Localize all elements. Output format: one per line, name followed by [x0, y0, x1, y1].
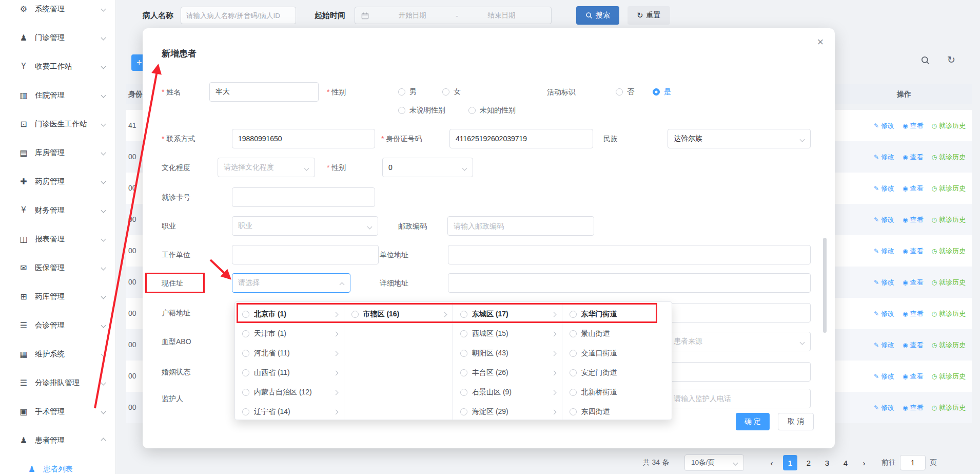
edit-link[interactable]: ✎修改 [874, 247, 894, 256]
page-button-2[interactable]: 2 [801, 455, 816, 470]
sidebar-item-finance[interactable]: ¥财务管理 [0, 196, 115, 224]
history-link[interactable]: ◷就诊历史 [932, 372, 966, 381]
history-link[interactable]: ◷就诊历史 [932, 247, 966, 256]
patient-source-select[interactable]: 患者来源 [668, 332, 811, 351]
edit-link[interactable]: ✎修改 [874, 215, 894, 224]
sidebar-item-maintenance[interactable]: ▦维护系统 [0, 339, 115, 368]
cascade-option-jingshan[interactable]: 景山街道 [562, 324, 672, 344]
edit-link[interactable]: ✎修改 [874, 340, 894, 350]
sidebar-item-pharmacy[interactable]: ✚药房管理 [0, 167, 115, 196]
page-button-3[interactable]: 3 [820, 455, 834, 470]
close-icon[interactable]: × [813, 34, 828, 50]
cascade-option-neimenggu[interactable]: 内蒙古自治区 (12) [235, 383, 344, 402]
history-link[interactable]: ◷就诊历史 [932, 215, 966, 224]
view-link[interactable]: ◉查看 [903, 153, 923, 162]
view-link[interactable]: ◉查看 [903, 309, 923, 318]
reset-button[interactable]: ↻ 重置 [628, 6, 670, 25]
sidebar-item-warehouse[interactable]: ▤库房管理 [0, 138, 115, 167]
edit-link[interactable]: ✎修改 [874, 153, 894, 162]
gender-code-select[interactable]: 0 [382, 158, 473, 177]
postal-code-input[interactable] [447, 216, 594, 236]
view-link[interactable]: ◉查看 [903, 372, 923, 381]
radio-active-no[interactable]: 否 [616, 82, 634, 102]
guardian-phone-input[interactable] [668, 389, 811, 408]
search-button[interactable]: 搜索 [576, 6, 619, 25]
view-link[interactable]: ◉查看 [903, 403, 923, 412]
edit-link[interactable]: ✎修改 [874, 184, 894, 193]
view-link[interactable]: ◉查看 [903, 247, 923, 256]
view-link[interactable]: ◉查看 [903, 215, 923, 224]
marital-status-right-input[interactable] [668, 362, 811, 382]
cascade-option-shixiaqu[interactable]: 市辖区 (16) [344, 305, 453, 324]
edit-link[interactable]: ✎修改 [874, 309, 894, 318]
visit-card-input[interactable] [232, 187, 375, 207]
history-link[interactable]: ◷就诊历史 [932, 309, 966, 318]
radio-active-yes[interactable]: 是 [653, 82, 671, 102]
radio-male[interactable]: 男 [398, 82, 417, 102]
cascade-option-shijingshan[interactable]: 石景山区 (9) [453, 383, 562, 402]
unit-address-input[interactable] [448, 245, 811, 264]
current-address-select[interactable]: 请选择 [232, 273, 350, 293]
sidebar-item-outpatient-doctor[interactable]: ⊡门诊医生工作站 [0, 109, 115, 138]
sidebar-item-drug-storage[interactable]: ⊞药库管理 [0, 282, 115, 311]
edit-link[interactable]: ✎修改 [874, 278, 894, 287]
history-link[interactable]: ◷就诊历史 [932, 153, 966, 162]
cascade-option-dongsi[interactable]: 东四街道 [562, 402, 672, 420]
occupation-select[interactable]: 职业 [232, 216, 378, 236]
sidebar-item-system[interactable]: ⚙系统管理 [0, 0, 115, 23]
history-link[interactable]: ◷就诊历史 [932, 121, 966, 130]
sidebar-item-insurance[interactable]: ✉医保管理 [0, 253, 115, 282]
household-address-right-input[interactable] [668, 303, 811, 323]
page-size-select[interactable]: 10条/页 [684, 454, 744, 471]
cascade-option-hebei[interactable]: 河北省 (11) [235, 344, 344, 363]
goto-page-input[interactable] [900, 455, 926, 470]
sidebar-item-charging-station[interactable]: ¥收费工作站 [0, 52, 115, 81]
cascade-option-shanxi[interactable]: 山西省 (11) [235, 363, 344, 383]
detail-address-input[interactable] [448, 273, 811, 293]
prev-page-button[interactable]: ‹ [765, 455, 779, 470]
cascade-option-jiaodaokou[interactable]: 交道口街道 [562, 344, 672, 363]
next-page-button[interactable]: › [857, 455, 871, 470]
sidebar-item-reports[interactable]: ◫报表管理 [0, 224, 115, 253]
history-link[interactable]: ◷就诊历史 [932, 340, 966, 350]
sidebar-item-consultation[interactable]: ☰会诊管理 [0, 311, 115, 339]
cascade-option-donghuamen[interactable]: 东华门街道 [562, 305, 672, 324]
cascade-option-liaoning[interactable]: 辽宁省 (14) [235, 402, 344, 420]
table-refresh-icon[interactable]: ↻ [947, 54, 955, 66]
edit-link[interactable]: ✎修改 [874, 121, 894, 130]
cascade-option-fengtai[interactable]: 丰台区 (26) [453, 363, 562, 383]
cascade-option-xicheng[interactable]: 西城区 (15) [453, 324, 562, 344]
date-range-picker[interactable]: 开始日期 - 结束日期 [355, 7, 552, 24]
sidebar-item-patient-list[interactable]: ♟患者列表 [0, 454, 115, 474]
cascade-option-tianjin[interactable]: 天津市 (1) [235, 324, 344, 344]
cascade-option-haidian[interactable]: 海淀区 (29) [453, 402, 562, 420]
ethnicity-select[interactable]: 达斡尔族 [668, 129, 811, 148]
cascade-option-chaoyang[interactable]: 朝阳区 (43) [453, 344, 562, 363]
page-button-1[interactable]: 1 [783, 455, 797, 470]
confirm-button[interactable]: 确 定 [736, 413, 770, 430]
history-link[interactable]: ◷就诊历史 [932, 403, 966, 412]
view-link[interactable]: ◉查看 [903, 278, 923, 287]
modal-scrollbar[interactable] [823, 238, 827, 333]
view-link[interactable]: ◉查看 [903, 184, 923, 193]
radio-female[interactable]: 女 [442, 82, 461, 102]
sidebar-item-outpatient[interactable]: ♟门诊管理 [0, 23, 115, 52]
edit-link[interactable]: ✎修改 [874, 372, 894, 381]
cascade-option-beijing[interactable]: 北京市 (1) [235, 305, 344, 324]
radio-gender-unspecified[interactable]: 未说明性别 [398, 101, 445, 120]
history-link[interactable]: ◷就诊历史 [932, 278, 966, 287]
work-unit-input[interactable] [232, 245, 379, 264]
page-button-4[interactable]: 4 [838, 455, 853, 470]
view-link[interactable]: ◉查看 [903, 340, 923, 350]
sidebar-item-triage-queue[interactable]: ☰分诊排队管理 [0, 368, 115, 397]
table-search-icon[interactable] [920, 55, 930, 67]
name-input[interactable] [209, 82, 319, 102]
edit-link[interactable]: ✎修改 [874, 403, 894, 412]
view-link[interactable]: ◉查看 [903, 121, 923, 130]
cascade-option-andingmen[interactable]: 安定门街道 [562, 363, 672, 383]
cancel-button[interactable]: 取 消 [778, 413, 814, 430]
sidebar-item-inpatient[interactable]: ▥住院管理 [0, 81, 115, 109]
contact-input[interactable] [232, 129, 375, 148]
education-select[interactable]: 请选择文化程度 [218, 158, 315, 177]
patient-name-input[interactable] [181, 7, 296, 24]
